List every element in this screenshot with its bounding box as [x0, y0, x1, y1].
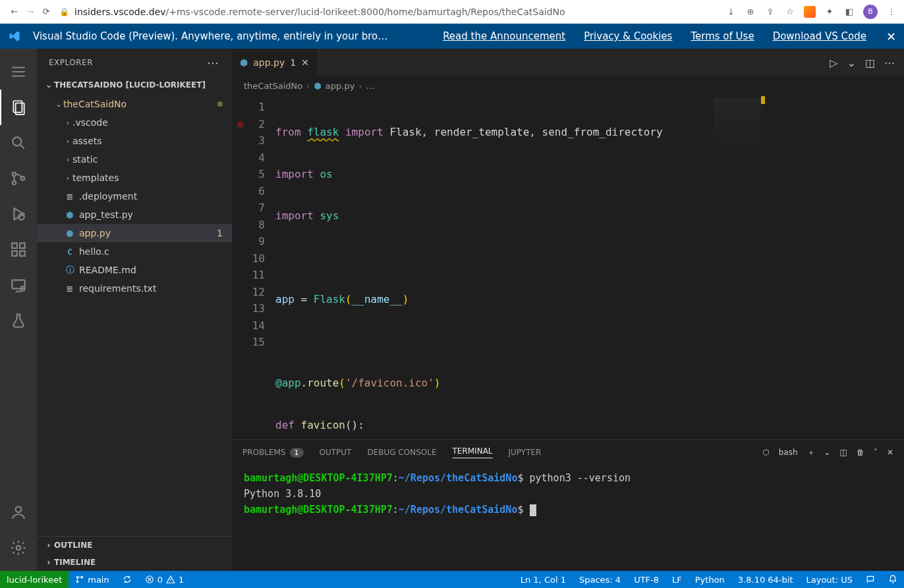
extension-icon[interactable] [804, 6, 816, 18]
bookmark-icon[interactable]: ☆ [784, 7, 796, 16]
browser-forward-icon[interactable]: → [22, 7, 38, 16]
new-terminal-icon[interactable]: ＋ [807, 447, 815, 458]
terminal-content[interactable]: bamurtagh@DESKTOP-4I37HP7:~/Repos/theCat… [232, 465, 904, 571]
folder-templates[interactable]: ›templates [37, 169, 232, 187]
minimap[interactable] [707, 95, 765, 439]
terms-of-use-link[interactable]: Terms of Use [691, 30, 754, 42]
tab-problems[interactable]: PROBLEMS1 [242, 448, 304, 458]
lock-icon: 🔒 [59, 7, 69, 16]
search-icon[interactable] [0, 125, 37, 161]
sync-status[interactable] [116, 575, 138, 584]
cursor-position-status[interactable]: Ln 1, Col 1 [514, 575, 573, 585]
terminal-profile-icon[interactable]: ⬡ [762, 448, 769, 457]
install-app-icon[interactable]: ⤓ [725, 7, 737, 16]
run-dropdown-icon[interactable]: ⌄ [847, 57, 855, 69]
download-vscode-link[interactable]: Download VS Code [773, 30, 866, 42]
editor-tab-bar: ⬢ app.py 1 ✕ ▷ ⌄ ◫ ⋯ [232, 49, 904, 76]
browser-menu-icon[interactable]: ⋮ [886, 7, 897, 16]
close-announcement-icon[interactable]: ✕ [886, 30, 896, 43]
folder-assets[interactable]: ›assets [37, 132, 232, 150]
remote-explorer-icon[interactable] [0, 267, 37, 303]
indentation-status[interactable]: Spaces: 4 [573, 575, 627, 585]
branch-status[interactable]: main [69, 575, 115, 585]
tab-app-py[interactable]: ⬢ app.py 1 ✕ [232, 49, 318, 76]
branch-label: main [88, 575, 109, 585]
file-app-test[interactable]: ⬢app_test.py [37, 205, 232, 224]
terminal-dropdown-icon[interactable]: ⌄ [824, 448, 831, 457]
browser-back-icon[interactable]: ← [7, 7, 22, 16]
folder-thecatsaidno[interactable]: ⌄ theCatSaidNo [37, 95, 232, 113]
line-number: 7 [232, 200, 265, 217]
zoom-icon[interactable]: ⊕ [745, 7, 756, 16]
remote-host-status[interactable]: lucid-lorikeet [0, 571, 69, 588]
file-app[interactable]: ⬢app.py1 [37, 224, 232, 242]
encoding-status[interactable]: UTF-8 [627, 575, 665, 585]
notifications-bell-icon[interactable] [882, 575, 904, 584]
file-label: .deployment [79, 191, 137, 201]
browser-reload-icon[interactable]: ⟳ [38, 7, 54, 16]
split-terminal-icon[interactable]: ◫ [840, 448, 847, 457]
info-icon: ⓘ [63, 264, 76, 276]
menu-icon[interactable] [0, 54, 37, 90]
close-tab-icon[interactable]: ✕ [301, 57, 309, 68]
problems-status[interactable]: 0 1 [138, 575, 191, 585]
extensions-puzzle-icon[interactable]: ✦ [824, 7, 835, 16]
explorer-icon[interactable] [0, 90, 37, 125]
tab-terminal[interactable]: TERMINAL [453, 446, 493, 458]
kill-terminal-icon[interactable]: 🗑 [857, 448, 864, 457]
problems-count-badge: 1 [290, 448, 304, 458]
run-debug-icon[interactable] [0, 196, 37, 232]
chevron-right-icon: › [306, 81, 310, 91]
tab-jupyter[interactable]: JUPYTER [509, 448, 542, 457]
code-content[interactable]: from flask import Flask, render_template… [275, 95, 707, 439]
profile-avatar[interactable]: B [863, 5, 878, 19]
chevron-right-icon: › [43, 558, 54, 567]
svg-point-15 [77, 576, 78, 577]
privacy-cookies-link[interactable]: Privacy & Cookies [584, 30, 672, 42]
browser-url-bar[interactable]: 🔒 insiders.vscode.dev/+ms-vscode.remote-… [59, 7, 720, 17]
browser-chrome: ← → ⟳ 🔒 insiders.vscode.dev/+ms-vscode.r… [0, 0, 904, 24]
feedback-icon[interactable] [859, 575, 882, 584]
modified-dot-icon [217, 101, 223, 107]
file-tree: ⌄ theCatSaidNo ›.vscode ›assets ›static … [37, 94, 232, 536]
run-icon[interactable]: ▷ [830, 57, 837, 69]
breadcrumb-folder[interactable]: theCatSaidNo [244, 81, 302, 91]
extensions-icon[interactable] [0, 232, 37, 267]
editor-body[interactable]: 1 2 3 4 5 6 7 8 9 10 11 12 13 14 15 from… [232, 95, 904, 439]
language-mode-status[interactable]: Python [689, 575, 731, 585]
chevron-down-icon: ⌄ [54, 100, 63, 109]
workspace-section-header[interactable]: ⌄ THECATSAIDNO [LUCID-LORIKEET] [37, 76, 232, 94]
breadcrumb-more[interactable]: … [366, 81, 375, 91]
terminal-shell-label[interactable]: bash [779, 448, 798, 457]
breakpoint-icon[interactable] [237, 121, 244, 128]
file-readme[interactable]: ⓘREADME.md [37, 261, 232, 279]
chevron-right-icon: › [358, 81, 362, 91]
file-deployment[interactable]: ≣.deployment [37, 187, 232, 205]
close-panel-icon[interactable]: ✕ [887, 448, 893, 457]
outline-section-header[interactable]: ›OUTLINE [37, 537, 232, 554]
file-requirements[interactable]: ≣requirements.txt [37, 279, 232, 298]
tab-output[interactable]: OUTPUT [320, 448, 352, 457]
folder-vscode[interactable]: ›.vscode [37, 113, 232, 132]
tab-debug-console[interactable]: DEBUG CONSOLE [367, 448, 436, 457]
maximize-panel-icon[interactable]: ˄ [874, 448, 878, 457]
source-control-icon[interactable] [0, 161, 37, 196]
python-interpreter-status[interactable]: 3.8.10 64-bit [731, 575, 800, 585]
breadcrumbs[interactable]: theCatSaidNo › ⬢ app.py › … [232, 76, 904, 95]
split-editor-icon[interactable]: ◫ [865, 57, 875, 69]
settings-gear-icon[interactable] [0, 530, 37, 566]
folder-static[interactable]: ›static [37, 150, 232, 169]
eol-status[interactable]: LF [665, 575, 689, 585]
accounts-icon[interactable] [0, 494, 37, 530]
testing-icon[interactable] [0, 303, 37, 338]
timeline-section-header[interactable]: ›TIMELINE [37, 554, 232, 571]
breadcrumb-file[interactable]: app.py [325, 81, 355, 91]
read-announcement-link[interactable]: Read the Announcement [443, 30, 565, 42]
share-icon[interactable]: ⇪ [764, 7, 776, 16]
editor-more-icon[interactable]: ⋯ [884, 57, 895, 69]
file-hello[interactable]: Chello.c [37, 242, 232, 261]
line-number: 8 [232, 217, 265, 234]
keyboard-layout-status[interactable]: Layout: US [800, 575, 859, 585]
explorer-more-icon[interactable]: ⋯ [207, 56, 220, 70]
side-panel-icon[interactable]: ◧ [843, 7, 855, 16]
